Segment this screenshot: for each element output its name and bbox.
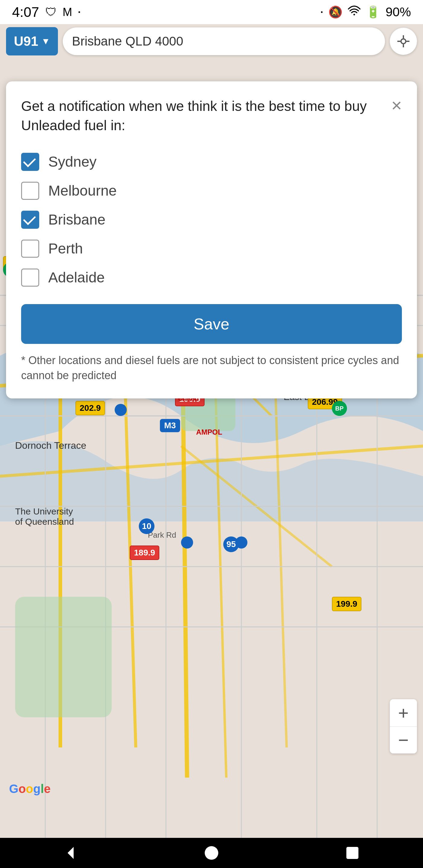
status-bar: 4:07 🛡 M • • 🔕 🔋 90% [0, 0, 423, 24]
dot-icon: • [78, 9, 80, 16]
city-item-brisbane: Brisbane [21, 205, 402, 234]
city-label-perth: Perth [48, 240, 83, 257]
notification-modal: Get a notification when we think it is t… [6, 82, 417, 398]
city-item-perth: Perth [21, 234, 402, 263]
city-item-sydney: Sydney [21, 147, 402, 176]
sim-icon: 🛡 [45, 6, 57, 19]
city-item-melbourne: Melbourne [21, 176, 402, 205]
checkbox-melbourne[interactable] [21, 182, 39, 200]
mute-icon: 🔕 [328, 5, 342, 19]
status-time: 4:07 [12, 4, 39, 20]
modal-title: Get a notification when we think it is t… [21, 96, 391, 135]
city-item-adelaide: Adelaide [21, 263, 402, 292]
checkbox-sydney[interactable] [21, 153, 39, 171]
city-label-melbourne: Melbourne [48, 182, 117, 199]
modal-header: Get a notification when we think it is t… [21, 96, 402, 135]
city-list: Sydney Melbourne Brisbane Perth Adelaide [21, 147, 402, 292]
close-modal-button[interactable]: × [391, 96, 402, 115]
city-label-sydney: Sydney [48, 153, 96, 170]
close-icon: × [391, 96, 402, 115]
save-button[interactable]: Save [21, 304, 402, 344]
disclaimer-text: * Other locations and diesel fuels are n… [21, 353, 402, 383]
city-label-adelaide: Adelaide [48, 269, 105, 286]
modal-overlay: Get a notification when we think it is t… [0, 24, 423, 868]
wifi-icon [348, 5, 361, 19]
battery-percent: 90% [386, 5, 411, 19]
checkbox-brisbane[interactable] [21, 211, 39, 229]
city-label-brisbane-city: Brisbane [48, 211, 105, 228]
checkbox-perth[interactable] [21, 240, 39, 258]
battery-icon: 🔋 [366, 5, 380, 19]
svg-point-0 [353, 13, 355, 15]
mail-icon: M [63, 6, 73, 19]
checkbox-adelaide[interactable] [21, 269, 39, 287]
dot-small-icon: • [321, 9, 323, 16]
